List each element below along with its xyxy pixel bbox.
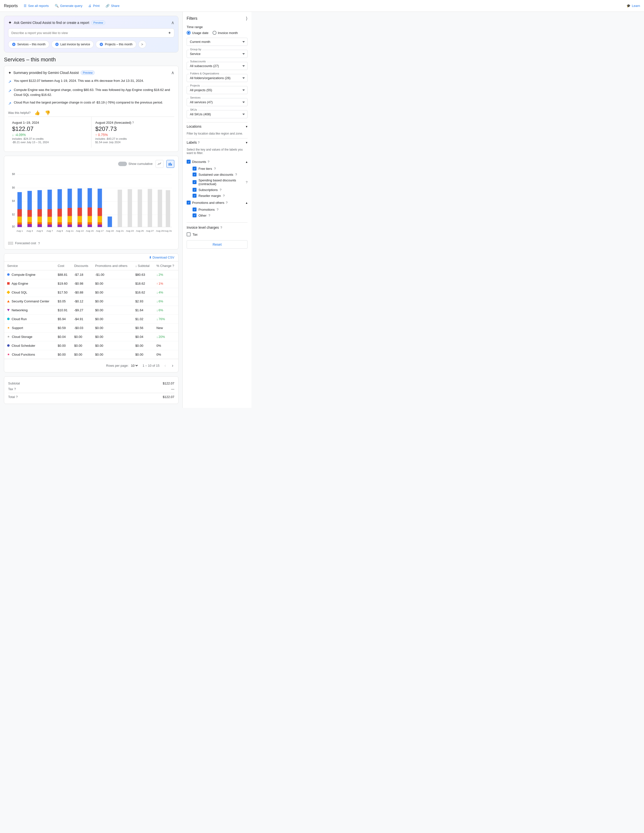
filters-header: Filters ⟩ — [187, 16, 248, 21]
chip-last-invoice[interactable]: Last invoice by service — [51, 40, 94, 48]
sustained-use-checkbox[interactable] — [193, 172, 196, 177]
current-month-select[interactable]: Current month — [187, 38, 248, 46]
svg-text:$8: $8 — [12, 172, 15, 175]
skus-select[interactable]: All SKUs (408) — [187, 110, 248, 118]
line-chart-button[interactable] — [156, 160, 163, 168]
svg-text:Aug 11: Aug 11 — [66, 230, 74, 232]
summary-collapse-button[interactable]: ∧ — [171, 70, 174, 76]
svg-rect-60 — [98, 225, 102, 227]
summary-body: ↗ You spent $122.07 between Aug 1-19, 20… — [8, 78, 174, 107]
svg-rect-47 — [77, 208, 82, 216]
svg-rect-63 — [128, 189, 132, 227]
rows-per-page-select[interactable]: 10 25 50 — [130, 363, 138, 368]
services-select[interactable]: All services (47) — [187, 98, 248, 106]
print-link[interactable]: 🖨 Print — [88, 4, 100, 8]
usage-date-radio[interactable]: Usage date — [187, 31, 209, 35]
promotions-header: Promotions and others ? — [187, 201, 248, 204]
spending-based-question-icon[interactable]: ? — [246, 180, 248, 184]
table-row: Cloud Run $5.94 -$4.91 $0.00 $1.02 ↓ 76% — [4, 314, 178, 323]
gemini-input-icon: ✦ — [168, 31, 171, 35]
svg-text:Aug 17: Aug 17 — [96, 230, 104, 232]
col-change: % Change ? — [154, 262, 178, 270]
svg-rect-40 — [58, 225, 62, 227]
gemini-collapse-button[interactable]: ∧ — [171, 20, 174, 26]
learn-link[interactable]: 🎓 Learn — [626, 4, 640, 8]
other-checkbox[interactable] — [193, 214, 196, 217]
question-mark-icon[interactable]: ? — [132, 121, 134, 124]
filters-title: Filters — [187, 16, 198, 21]
locations-section-header[interactable]: Locations — [187, 122, 248, 130]
gemini-header: ✦ Ask Gemini Cloud Assist to find or cre… — [8, 20, 174, 26]
labels-section-header[interactable]: Labels ? — [187, 138, 248, 146]
thumbs-down-button[interactable]: 👎 — [44, 109, 51, 117]
reseller-margin-checkbox[interactable] — [193, 194, 196, 198]
svg-rect-28 — [37, 216, 42, 222]
subscriptions-question-icon[interactable]: ? — [220, 188, 221, 192]
free-tiers-question-icon[interactable]: ? — [214, 167, 216, 170]
invoice-month-radio[interactable]: Invoice month — [213, 31, 238, 35]
learn-icon: 🎓 — [626, 4, 630, 8]
tax-checkbox[interactable] — [187, 232, 191, 236]
promotions-chevron-icon[interactable] — [246, 201, 248, 204]
next-page-button[interactable]: › — [171, 362, 174, 369]
svg-rect-55 — [87, 225, 92, 227]
promotions-others-checkbox[interactable] — [187, 201, 191, 204]
share-link[interactable]: 🔗 Share — [106, 4, 119, 8]
folders-select[interactable]: All folders/organizations (28) — [187, 74, 248, 82]
free-tiers-checkbox[interactable] — [193, 167, 196, 170]
filters-collapse-button[interactable]: ⟩ — [246, 16, 248, 21]
subaccounts-select[interactable]: All subaccounts (27) — [187, 62, 248, 70]
promotions-question-icon[interactable]: ? — [226, 201, 227, 204]
rows-per-page-label: Rows per page: 10 25 50 — [106, 363, 138, 368]
labels-question-icon[interactable]: ? — [198, 141, 200, 145]
chart-container: Show cumulative $8 $6 $4 $2 $0 — [4, 156, 179, 249]
tax-question-icon[interactable]: ? — [14, 387, 16, 391]
gemini-preview-badge: Preview — [91, 21, 105, 25]
svg-rect-48 — [77, 216, 82, 222]
invoice-charges-question-icon[interactable]: ? — [221, 226, 222, 230]
gemini-title: ✦ Ask Gemini Cloud Assist to find or cre… — [8, 20, 105, 26]
bar-chart-button[interactable] — [166, 160, 174, 168]
chips-more-button[interactable]: > — [138, 40, 146, 48]
prev-page-button[interactable]: ‹ — [163, 362, 167, 369]
tax-footer-label: Tax ? — [8, 387, 16, 391]
discounts-checkbox[interactable] — [187, 160, 191, 164]
invoice-charges-label: Invoice level charges ? — [187, 225, 248, 230]
change-question-icon[interactable]: ? — [172, 264, 174, 268]
forecast-question-icon[interactable]: ? — [38, 241, 40, 245]
summary-item-3: ↗ Cloud Run had the largest percentage c… — [8, 100, 174, 107]
sustained-use-question-icon[interactable]: ? — [235, 173, 237, 177]
subscriptions-checkbox[interactable] — [193, 188, 196, 192]
credits-chevron-icon[interactable] — [246, 160, 248, 164]
svg-text:$4: $4 — [12, 199, 15, 202]
promotions-checkbox[interactable] — [193, 207, 196, 211]
shortcut-chips: Services – this month Last invoice by se… — [8, 40, 174, 48]
gemini-search-input[interactable] — [11, 31, 168, 35]
show-cumulative-toggle[interactable]: Show cumulative — [118, 162, 153, 166]
svg-rect-53 — [87, 216, 92, 222]
reseller-margin-question-icon[interactable]: ? — [223, 194, 225, 198]
other-question-icon[interactable]: ? — [209, 214, 210, 217]
filters-sidebar: Filters ⟩ Time range Usage date Invoice … — [182, 12, 251, 408]
main-layout: ✦ Ask Gemini Cloud Assist to find or cre… — [0, 12, 644, 408]
download-csv-link[interactable]: ⬇ Download CSV — [149, 256, 174, 259]
toggle-switch[interactable] — [118, 162, 127, 166]
spending-based-checkbox[interactable] — [193, 180, 196, 184]
projects-section: Projects All projects (55) — [187, 86, 248, 94]
see-all-reports-link[interactable]: ☰ See all reports — [24, 4, 49, 8]
thumbs-up-button[interactable]: 👍 — [34, 109, 41, 117]
total-question-icon[interactable]: ? — [16, 395, 18, 399]
generate-query-link[interactable]: 🔍 Generate query — [55, 4, 82, 8]
projects-select[interactable]: All projects (55) — [187, 86, 248, 94]
gemini-icon: ✦ — [8, 20, 12, 26]
group-by-select[interactable]: Service — [187, 50, 248, 58]
summary-card: ✦ Summary provided by Gemini Cloud Assis… — [4, 66, 179, 152]
chip-projects-this-month[interactable]: Projects – this month — [96, 40, 136, 48]
chip-services-this-month[interactable]: Services – this month — [8, 40, 49, 48]
discounts-question-icon[interactable]: ? — [208, 160, 209, 164]
table-row: App Engine $19.60 -$0.98 $0.00 $18.62 ↑ … — [4, 279, 178, 288]
reset-button[interactable]: Reset — [187, 240, 248, 249]
promotions-sub-question-icon[interactable]: ? — [217, 208, 219, 211]
table-row: Cloud SQL $17.50 -$0.88 $0.00 $16.62 ↓ 4… — [4, 288, 178, 297]
page-title: Services – this month — [4, 56, 179, 63]
